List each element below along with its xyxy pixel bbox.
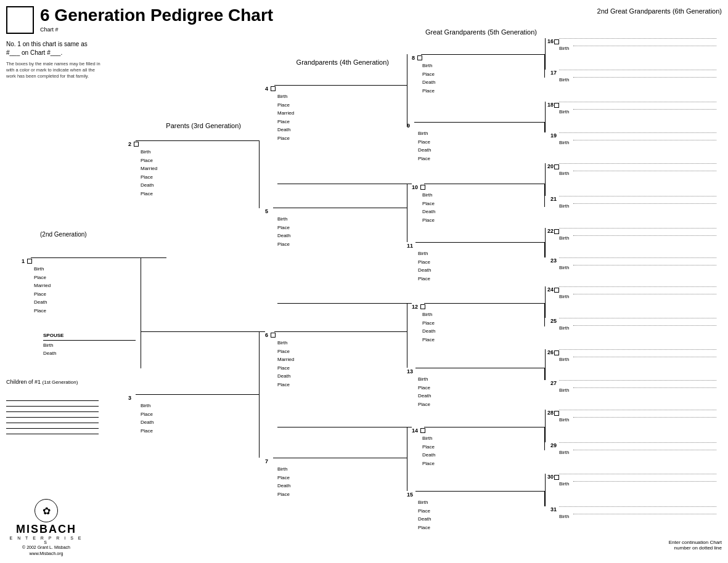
p27-birth: Birth (559, 387, 569, 393)
p31-birth: Birth (559, 514, 569, 519)
p22-birth: Birth (559, 235, 569, 241)
person-7-name (273, 458, 407, 458)
person-14-name (424, 427, 544, 427)
conn-v-16-17 (545, 38, 546, 70)
conn-v-13-26 (544, 368, 545, 380)
person-15-fields: Birth Place Death Place (418, 498, 431, 532)
p24-birth: Birth (559, 294, 569, 299)
p19-birth: Birth (559, 140, 569, 145)
p23-name (559, 257, 716, 258)
conn-v-18-19 (545, 102, 546, 132)
person-11-fields: Birth Place Death Place (418, 249, 431, 283)
person-4-fields: Birth Place Married Place Death Place (277, 92, 294, 143)
p25-num: 25 (550, 318, 557, 324)
person-3-fields: Birth Place Death Place (141, 402, 153, 435)
p29-birth-line (573, 450, 716, 450)
person-3-num: 3 (128, 394, 131, 401)
p26-birth-line (573, 357, 716, 357)
conn-v-12-13 (407, 303, 407, 368)
conn-v-3-6 (141, 257, 141, 331)
p27-num: 27 (550, 380, 557, 386)
p19-birth-line (573, 140, 716, 140)
no1-text: No. 1 on this chart is same as #___ on C… (6, 40, 102, 57)
person-12-num: 12 (412, 303, 425, 310)
conn-h-9-18 (421, 122, 544, 123)
logo-name: MISBACH (6, 523, 86, 536)
person-5-name (273, 208, 407, 208)
person-6-num: 6 (265, 331, 276, 338)
conn-v-22-23 (545, 228, 546, 257)
p26-name (559, 349, 716, 350)
person-9-fields: Birth Place Death Place (418, 129, 431, 163)
p30-birth-line (573, 481, 716, 482)
conn-h-4-8 (277, 85, 407, 86)
conn-v-9-18 (544, 122, 545, 132)
conn-h-15-30 (418, 491, 544, 492)
person-12-name (424, 303, 544, 304)
conn-h-7-14 (277, 427, 412, 427)
conn-v-20-21 (545, 163, 546, 196)
p22-birth-line (573, 235, 716, 236)
logo-circle: ✿ (35, 499, 58, 522)
p26-birth: Birth (559, 357, 569, 362)
p25-name (559, 318, 716, 318)
conn-h-11-22 (418, 242, 544, 243)
left-info: No. 1 on this chart is same as #___ on C… (6, 40, 102, 79)
p16-num: 16 (547, 38, 559, 44)
p27-birth-line (573, 387, 716, 388)
p24-birth-line (573, 294, 716, 294)
person-13-fields: Birth Place Death Place (418, 375, 431, 408)
person-2-num: 2 (128, 140, 139, 147)
conn-v-11-22 (544, 242, 545, 257)
person-7-num: 7 (265, 458, 268, 464)
p31-name (559, 506, 716, 507)
conn-h-2-4 (141, 140, 259, 141)
person-12-fields: Birth Place Death Place (422, 310, 435, 344)
person-1-name-line (31, 257, 166, 258)
p20-name (559, 163, 716, 164)
p20-birth: Birth (559, 171, 569, 176)
p21-name (559, 196, 716, 196)
gen-label-5th: Great Grandparents (5th Generation) (425, 28, 537, 36)
p18-birth-line (573, 109, 716, 110)
p23-num: 23 (550, 257, 557, 264)
person-6-name (274, 331, 407, 332)
logo-area: ✿ MISBACH E N T E R P R I S E S © 2002 G… (6, 499, 86, 557)
small-note: The boxes by the male names may be fille… (6, 61, 102, 79)
footer-note: Enter continuation Chartnumber on dotted… (669, 540, 722, 551)
p28-name (559, 410, 716, 410)
gen-label-3rd: Parents (3rd Generation) (166, 122, 241, 129)
conn-h-8-16 (421, 54, 544, 55)
p18-birth: Birth (559, 109, 569, 115)
spouse-section: SPOUSE Birth Death (43, 331, 136, 358)
p28-num: 28 (547, 410, 559, 416)
person-5-fields: Birth Place Death Place (277, 215, 290, 248)
p27-name (559, 380, 716, 381)
person-9-num: 9 (407, 122, 410, 129)
p24-name (559, 286, 716, 287)
p30-name (559, 474, 716, 474)
p28-birth-line (573, 417, 716, 418)
p17-num: 17 (550, 70, 557, 76)
person-4-num: 4 (265, 85, 276, 92)
person-8-fields: Birth Place Death Place (422, 62, 435, 95)
p16-name (559, 38, 716, 39)
p16-birth-line (573, 46, 716, 46)
person-1-fields: Birth Place Married Place Death Place (34, 265, 51, 315)
person-10-num: 10 (412, 184, 425, 190)
person-8-num: 8 (412, 54, 422, 61)
conn-v-10-11 (407, 184, 407, 242)
person-3-name (136, 394, 259, 395)
conn-v-28-29 (545, 410, 546, 442)
p22-name (559, 228, 716, 229)
conn-h-3-6 (141, 331, 265, 332)
children-lines (6, 400, 99, 439)
conn-h-6-12 (277, 303, 412, 304)
person-14-num: 14 (412, 427, 425, 434)
pedigree-chart: 6 Generation Pedigree Chart Chart # 2nd … (0, 0, 728, 563)
p30-birth: Birth (559, 481, 569, 487)
conn-v-15-30 (544, 491, 545, 506)
conn-v-26-27 (545, 349, 546, 380)
p19-name (559, 132, 716, 133)
person-7-fields: Birth Place Death Place (277, 465, 290, 498)
